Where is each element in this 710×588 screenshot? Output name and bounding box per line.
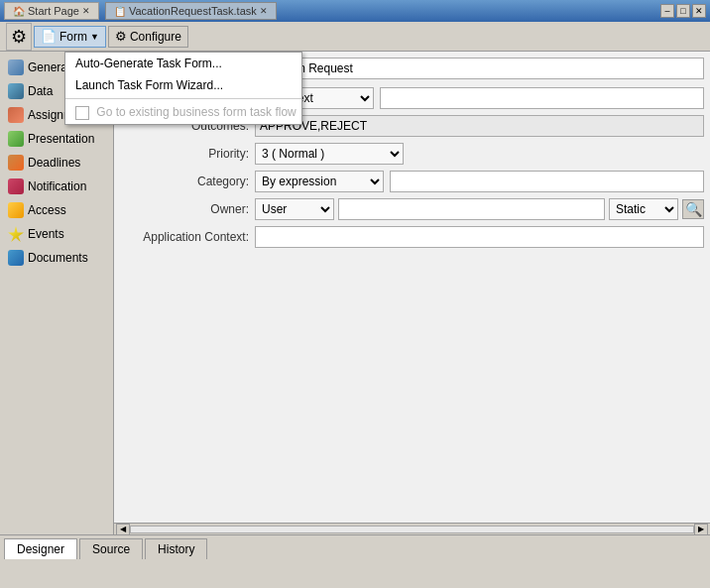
auto-generate-item[interactable]: Auto-Generate Task Form... [65,53,301,74]
sidebar-label-deadlines: Deadlines [28,156,80,170]
owner-search-button[interactable]: 🔍 [682,199,704,219]
data-icon [8,83,24,99]
form-icon: 📄 [41,29,57,44]
owner-type-select[interactable]: User Group Role [255,198,334,220]
scroll-track[interactable] [130,526,694,533]
tab-designer[interactable]: Designer [4,538,77,559]
scroll-right-btn[interactable]: ▶ [694,524,708,535]
title-bar-tabs: 🏠 Start Page ✕ 📋 VacationRequestTask.tas… [4,2,277,20]
minimize-button[interactable]: – [660,4,674,18]
category-select[interactable]: By expression Static Dynamic [255,171,384,192]
bottom-tabs: Designer Source History [0,534,710,562]
deadlines-icon [8,155,24,171]
owner-controls: User Group Role Static Dynamic By expres… [255,198,704,220]
start-page-label: Start Page [28,5,79,17]
description-input[interactable] [380,87,704,109]
sidebar-item-notification[interactable]: Notification [0,175,113,198]
presentation-icon [8,131,24,147]
sidebar-label-data: Data [28,84,53,98]
sidebar-item-events[interactable]: Events [0,222,113,246]
events-icon [8,226,24,242]
go-existing-icon [75,106,89,120]
sidebar-label-access: Access [28,203,66,217]
title-bar: 🏠 Start Page ✕ 📋 VacationRequestTask.tas… [0,0,710,22]
maximize-button[interactable]: □ [676,4,690,18]
generate-button[interactable]: ⚙ [6,23,32,51]
task-name-input[interactable] [255,58,704,79]
dropdown-divider [65,98,301,99]
sidebar-item-access[interactable]: Access [0,198,113,222]
tab-vacation-task[interactable]: 📋 VacationRequestTask.task ✕ [105,2,277,20]
window-controls: – □ ✕ [660,4,706,18]
general-icon [8,59,24,75]
scroll-left-btn[interactable]: ◀ [116,524,130,535]
start-page-icon: 🏠 [13,6,25,17]
tab-history[interactable]: History [145,538,207,559]
documents-icon [8,250,24,266]
launch-wizard-item[interactable]: Launch Task Form Wizard... [65,74,301,96]
category-row: Category: By expression Static Dynamic [120,171,704,192]
category-input[interactable] [390,171,704,192]
tab-start-page[interactable]: 🏠 Start Page ✕ [4,2,99,20]
form-dropdown-menu: Auto-Generate Task Form... Launch Task F… [64,52,302,125]
priority-label: Priority: [120,147,249,161]
sidebar-item-presentation[interactable]: Presentation [0,127,113,151]
start-page-close[interactable]: ✕ [82,6,90,16]
task-icon: 📋 [114,6,126,17]
go-existing-item: Go to existing business form task flow [65,101,301,124]
tab-source[interactable]: Source [79,538,143,559]
generate-icon: ⚙ [11,26,27,48]
owner-row: Owner: User Group Role Static Dynamic By… [120,198,704,220]
sidebar-item-deadlines[interactable]: Deadlines [0,151,113,175]
form-button[interactable]: 📄 Form ▼ [34,26,106,48]
vacation-task-close[interactable]: ✕ [260,6,268,16]
configure-icon: ⚙ [115,29,127,44]
outcomes-value: APPROVE,REJECT [255,115,704,137]
assignment-icon [8,107,24,123]
app-context-input[interactable] [255,226,704,248]
close-button[interactable]: ✕ [692,4,706,18]
form-dropdown-icon: ▼ [90,32,99,42]
toolbar: ⚙ 📄 Form ▼ ⚙ Configure [0,22,710,52]
owner-label: Owner: [120,202,249,216]
priority-select[interactable]: 1 (Lowest) 2 (Low) 3 ( Normal ) 4 (High)… [255,143,404,165]
access-icon [8,202,24,218]
form-label: Form [59,30,87,44]
category-label: Category: [120,175,249,188]
configure-button[interactable]: ⚙ Configure [108,26,188,48]
toolbar-wrapper: ⚙ 📄 Form ▼ ⚙ Configure Auto-Generate Tas… [0,22,710,52]
priority-row: Priority: 1 (Lowest) 2 (Low) 3 ( Normal … [120,143,704,165]
sidebar-label-presentation: Presentation [28,132,94,146]
sidebar-label-documents: Documents [28,251,88,265]
sidebar-label-notification: Notification [28,179,86,193]
sidebar-item-documents[interactable]: Documents [0,246,113,270]
notification-icon [8,178,24,194]
sidebar-label-events: Events [28,227,64,241]
owner-input[interactable] [338,198,605,220]
app-context-label: Application Context: [120,230,249,244]
configure-label: Configure [130,30,181,44]
vacation-task-label: VacationRequestTask.task [129,5,257,17]
owner-static-select[interactable]: Static Dynamic By expression [609,198,678,220]
app-context-row: Application Context: [120,226,704,248]
horizontal-scrollbar[interactable]: ◀ ▶ [114,523,710,534]
